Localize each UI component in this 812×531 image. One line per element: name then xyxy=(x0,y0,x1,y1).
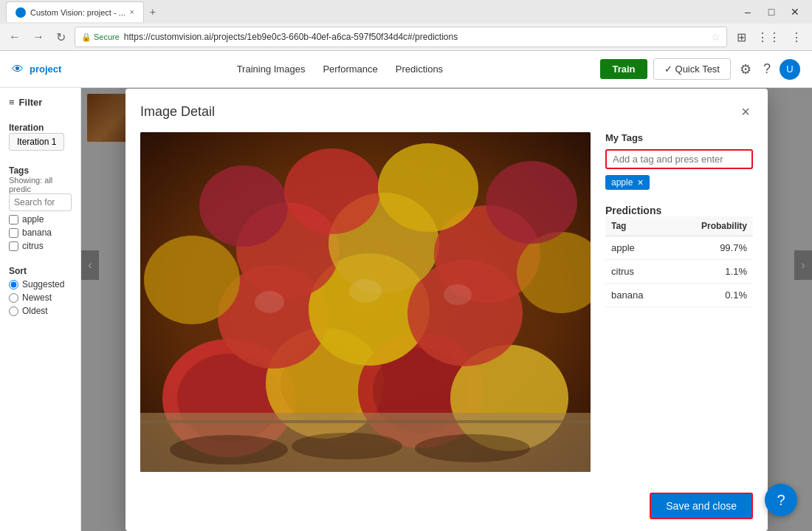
filter-icon: ≡ xyxy=(9,97,15,108)
sort-suggested-radio[interactable] xyxy=(9,280,18,290)
lock-icon: 🔒 xyxy=(81,32,92,42)
sort-newest[interactable]: Newest xyxy=(9,292,72,303)
browser-titlebar: Custom Vision: project - ... × + – □ ✕ xyxy=(0,0,812,24)
save-and-close-button[interactable]: Save and close xyxy=(650,493,753,519)
image-detail-modal: Image Detail × xyxy=(125,89,768,531)
tag-filter-apple[interactable]: apple xyxy=(9,214,72,225)
new-tab-button[interactable]: + xyxy=(144,3,162,21)
app-navigation: Training Images Performance Predictions xyxy=(79,61,600,78)
app-project-name: project xyxy=(30,64,61,75)
help-header-icon[interactable]: ? xyxy=(760,58,774,80)
app-logo-icon: 👁 xyxy=(12,63,24,76)
predictions-title: Predictions xyxy=(605,205,753,216)
col-probability-header: Probability xyxy=(669,216,753,236)
tag-input-wrapper[interactable] xyxy=(605,149,753,169)
svg-point-16 xyxy=(199,165,288,247)
checkmark-icon: ✓ xyxy=(664,64,672,75)
svg-point-23 xyxy=(349,279,382,303)
menu-button[interactable]: ⋮ xyxy=(787,28,806,47)
user-button[interactable]: ⋮⋮ xyxy=(753,28,784,47)
sidebar-filter[interactable]: ≡ Filter xyxy=(9,97,72,108)
extensions-button[interactable]: ⊞ xyxy=(733,28,750,47)
sort-suggested[interactable]: Suggested xyxy=(9,279,72,290)
browser-addressbar: ← → ↻ 🔒 Secure https://customvision.ai/p… xyxy=(0,24,812,50)
predictions-section: Predictions Tag Probability xyxy=(605,199,753,307)
svg-point-22 xyxy=(255,291,284,313)
tag-chip-apple-remove[interactable]: × xyxy=(637,177,643,188)
tag-apple-label: apple xyxy=(22,214,44,225)
tags-search-input[interactable] xyxy=(9,193,72,211)
prediction-tag-citrus: citrus xyxy=(605,260,669,284)
tag-chip-apple: apple × xyxy=(605,175,650,190)
tag-citrus-label: citrus xyxy=(22,241,44,251)
svg-point-25 xyxy=(170,435,288,465)
browser-tab-close-btn[interactable]: × xyxy=(130,8,134,16)
predictions-table: Tag Probability apple 99.7% xyxy=(605,216,753,307)
modal-title: Image Detail xyxy=(140,104,215,120)
refresh-button[interactable]: ↻ xyxy=(53,27,69,47)
tag-filter-citrus[interactable]: citrus xyxy=(9,241,72,251)
sort-oldest-label: Oldest xyxy=(22,306,48,316)
svg-point-18 xyxy=(378,143,478,232)
prediction-row-banana: banana 0.1% xyxy=(605,284,753,307)
prediction-tag-apple: apple xyxy=(605,236,669,260)
svg-point-11 xyxy=(144,236,240,324)
maximize-button[interactable]: □ xyxy=(760,4,782,19)
modal-overlay: Image Detail × xyxy=(81,88,812,531)
sidebar-sort-section: Sort Suggested Newest Oldest xyxy=(9,260,72,316)
browser-icons: ⊞ ⋮⋮ ⋮ xyxy=(733,28,806,47)
tag-banana-checkbox[interactable] xyxy=(9,228,18,238)
sort-title: Sort xyxy=(9,266,72,276)
sort-newest-radio[interactable] xyxy=(9,293,18,303)
iteration-title: Iteration xyxy=(9,123,72,133)
secure-badge: 🔒 Secure xyxy=(81,32,120,42)
address-bar[interactable]: 🔒 Secure https://customvision.ai/project… xyxy=(75,27,727,47)
modal-close-button[interactable]: × xyxy=(738,100,753,123)
tag-banana-label: banana xyxy=(22,227,52,238)
tag-apple-checkbox[interactable] xyxy=(9,215,18,225)
tag-filter-banana[interactable]: banana xyxy=(9,227,72,238)
predictions-header-row: Tag Probability xyxy=(605,216,753,236)
tags-showing: Showing: all predic xyxy=(9,176,72,193)
back-button[interactable]: ← xyxy=(6,27,24,47)
svg-rect-21 xyxy=(140,420,591,423)
minimize-button[interactable]: – xyxy=(737,4,759,19)
my-tags-title: My Tags xyxy=(605,132,753,143)
prediction-prob-apple: 99.7% xyxy=(669,236,753,260)
tag-chips-area: apple × xyxy=(605,175,753,190)
close-window-button[interactable]: ✕ xyxy=(784,4,806,19)
bookmark-button[interactable]: ☆ xyxy=(711,31,720,43)
modal-footer: Save and close xyxy=(125,484,768,531)
address-url: https://customvision.ai/projects/1eb9e0c… xyxy=(124,32,706,42)
user-avatar[interactable]: U xyxy=(780,59,800,80)
forward-button[interactable]: → xyxy=(30,27,47,47)
sort-oldest-radio[interactable] xyxy=(9,306,18,316)
modal-header: Image Detail × xyxy=(125,89,768,132)
main-layout: ≡ Filter Iteration Iteration 1 Tags Show… xyxy=(0,88,812,531)
window-controls: – □ ✕ xyxy=(737,4,806,19)
content-area: Image Detail × xyxy=(81,88,812,531)
sidebar-tags-section: Tags Showing: all predic apple banana ci… xyxy=(9,160,72,251)
svg-point-24 xyxy=(444,284,472,305)
svg-point-19 xyxy=(486,161,577,244)
sort-oldest[interactable]: Oldest xyxy=(9,306,72,316)
svg-point-27 xyxy=(415,434,530,462)
tags-title: Tags xyxy=(9,165,72,176)
nav-training-images[interactable]: Training Images xyxy=(237,61,306,78)
browser-tab-label: Custom Vision: project - ... xyxy=(30,8,125,17)
modal-sidebar-panel: My Tags apple × xyxy=(605,132,753,472)
tag-chip-apple-label: apple xyxy=(611,177,633,188)
browser-tab[interactable]: Custom Vision: project - ... × xyxy=(6,1,144,22)
quicktest-button[interactable]: ✓ Quick Test xyxy=(653,58,731,80)
app-header-actions: Train ✓ Quick Test ⚙ ? U xyxy=(600,58,800,80)
nav-predictions[interactable]: Predictions xyxy=(396,61,443,78)
tag-citrus-checkbox[interactable] xyxy=(9,241,18,251)
train-button[interactable]: Train xyxy=(600,59,647,79)
help-button[interactable]: ? xyxy=(765,484,797,516)
sort-newest-label: Newest xyxy=(22,292,52,303)
nav-performance[interactable]: Performance xyxy=(323,61,377,78)
svg-point-17 xyxy=(284,148,380,234)
iteration-selector[interactable]: Iteration 1 xyxy=(9,133,64,151)
tag-text-input[interactable] xyxy=(613,154,746,165)
settings-icon[interactable]: ⚙ xyxy=(737,58,754,80)
